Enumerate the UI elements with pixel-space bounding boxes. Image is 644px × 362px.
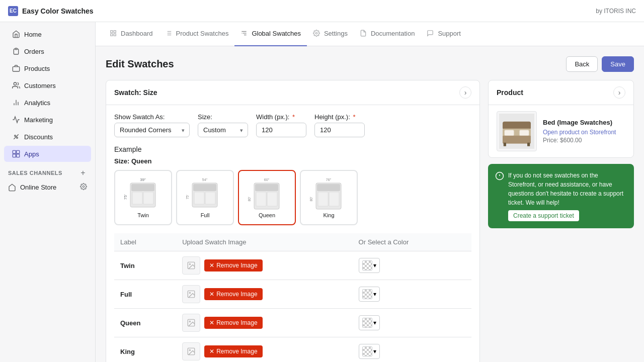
- create-support-ticket-button[interactable]: Create a support ticket: [508, 210, 579, 221]
- svg-point-53: [189, 263, 190, 264]
- king-remove-image-button[interactable]: ✕ Remove Image: [204, 345, 262, 357]
- remove-x-icon: ✕: [209, 319, 214, 326]
- expand-product-button[interactable]: ›: [613, 86, 625, 99]
- twin-color-select-button[interactable]: ▾: [359, 258, 380, 273]
- sidebar-item-customers[interactable]: Customers: [4, 77, 91, 94]
- show-swatch-as-label: Show Swatch As:: [114, 113, 190, 121]
- full-color-swatch: [362, 289, 372, 299]
- example-title: Example: [114, 145, 471, 153]
- svg-rect-61: [503, 122, 531, 130]
- sidebar-item-discounts[interactable]: Discounts: [4, 129, 91, 145]
- support-text: If you do not see swatches on the Storef…: [508, 171, 627, 207]
- back-button[interactable]: Back: [566, 56, 598, 72]
- online-store-icon: [8, 184, 16, 192]
- documentation-icon: [360, 30, 368, 38]
- chevron-down-icon: ▾: [373, 348, 376, 355]
- tab-dashboard-label: Dashboard: [121, 30, 153, 37]
- swatch-full-label: Full: [201, 212, 210, 218]
- king-image-placeholder: [182, 342, 200, 360]
- svg-text:76": 76": [326, 178, 332, 182]
- svg-text:75': 75': [186, 195, 189, 199]
- app-title: Easy Color Swatches: [22, 7, 94, 15]
- product-card: Product ›: [488, 80, 634, 158]
- swatch-full[interactable]: 54" 75' Full: [176, 170, 234, 225]
- svg-point-27: [315, 32, 317, 34]
- king-color-swatch: [362, 346, 372, 356]
- tab-product-swatches[interactable]: Product Swatches: [159, 22, 235, 46]
- swatch-queen[interactable]: 60" 80' Queen: [238, 170, 296, 225]
- svg-rect-63: [505, 130, 514, 136]
- swatch-twin[interactable]: 39" 75' Twin: [114, 170, 172, 225]
- swatch-card-title: Swatch: Size: [114, 88, 157, 97]
- table-row: Queen ✕: [114, 309, 471, 337]
- svg-text:39": 39": [140, 177, 146, 182]
- settings-icon: [313, 30, 321, 38]
- swatch-king[interactable]: 76" 80' King: [300, 170, 358, 225]
- svg-rect-13: [111, 30, 113, 32]
- king-color-select-button[interactable]: ▾: [359, 344, 380, 359]
- tab-global-swatches[interactable]: Global Swatches: [234, 22, 307, 46]
- queen-remove-image-button[interactable]: ✕ Remove Image: [204, 317, 262, 329]
- tab-settings[interactable]: Settings: [307, 22, 354, 46]
- svg-point-57: [189, 321, 190, 322]
- full-remove-image-button[interactable]: ✕ Remove Image: [204, 288, 262, 300]
- sidebar-item-marketing[interactable]: Marketing: [4, 112, 91, 128]
- sidebar-item-online-store[interactable]: Online Store: [0, 179, 95, 196]
- svg-point-59: [189, 349, 190, 350]
- col-label-header: Label: [114, 233, 176, 251]
- svg-text:80': 80': [248, 197, 251, 201]
- show-swatch-as-select[interactable]: Rounded Corners Square Circle Custom: [114, 123, 190, 137]
- tab-documentation[interactable]: Documentation: [354, 22, 421, 46]
- save-button[interactable]: Save: [602, 56, 634, 72]
- twin-label: Twin: [120, 262, 135, 269]
- size-select[interactable]: Small Medium Large Custom: [198, 123, 248, 137]
- sidebar-item-orders-label: Orders: [24, 48, 44, 55]
- product-price: Price: $600.00: [543, 137, 625, 144]
- svg-rect-50: [318, 192, 328, 206]
- queen-color-select-button[interactable]: ▾: [359, 315, 380, 330]
- svg-text:60": 60": [264, 178, 270, 182]
- nav-tabs: Dashboard Product Swatches Global Swatch…: [96, 22, 644, 46]
- marketing-icon: [12, 116, 20, 124]
- by-label: by ITORIS INC: [596, 8, 636, 15]
- height-input[interactable]: 120: [314, 123, 365, 137]
- chevron-down-icon: ▾: [373, 291, 376, 298]
- swatch-king-label: King: [323, 212, 334, 218]
- product-card-title: Product: [497, 88, 523, 97]
- sidebar-item-apps[interactable]: Apps: [4, 146, 91, 162]
- sidebar-item-orders[interactable]: Orders: [4, 43, 91, 59]
- twin-color-swatch: [362, 260, 372, 270]
- product-image: [497, 111, 537, 151]
- twin-remove-image-button[interactable]: ✕ Remove Image: [204, 259, 262, 272]
- svg-rect-14: [114, 30, 116, 32]
- width-input[interactable]: 120: [256, 123, 306, 137]
- home-icon: [12, 30, 20, 38]
- chevron-down-icon: ▾: [373, 262, 376, 269]
- apps-icon: [12, 150, 20, 158]
- svg-rect-15: [111, 34, 113, 36]
- sidebar-item-products[interactable]: Products: [4, 60, 91, 76]
- tab-support[interactable]: Support: [421, 22, 467, 46]
- svg-text:54": 54": [202, 178, 208, 182]
- tab-product-swatches-label: Product Swatches: [176, 30, 229, 37]
- sidebar-item-home[interactable]: Home: [4, 26, 91, 42]
- support-card: If you do not see swatches on the Storef…: [488, 164, 634, 228]
- sidebar-item-analytics[interactable]: Analytics: [4, 95, 91, 111]
- sidebar-item-products-label: Products: [24, 65, 50, 72]
- svg-point-6: [17, 137, 18, 139]
- expand-swatch-button[interactable]: ›: [459, 86, 471, 99]
- product-storefront-link[interactable]: Open product on Storefront: [543, 129, 616, 136]
- orders-icon: [12, 47, 20, 55]
- twin-image-placeholder: [182, 256, 200, 275]
- sidebar-item-customers-label: Customers: [24, 82, 56, 89]
- add-sales-channel-button[interactable]: +: [79, 169, 87, 177]
- app-logo: EC: [8, 6, 18, 16]
- table-row: Full ✕: [114, 280, 471, 309]
- table-row: Twin ✕: [114, 251, 471, 280]
- full-color-select-button[interactable]: ▾: [359, 287, 380, 302]
- online-store-settings-icon[interactable]: [80, 183, 87, 192]
- svg-rect-39: [205, 192, 215, 204]
- queen-image-placeholder: [182, 314, 200, 332]
- tab-dashboard[interactable]: Dashboard: [104, 22, 159, 46]
- col-upload-header: Upload Swatch Image: [176, 233, 352, 251]
